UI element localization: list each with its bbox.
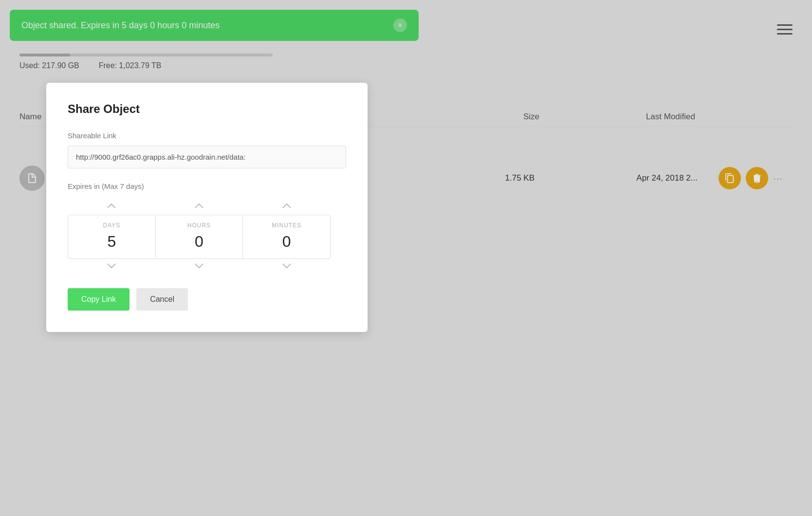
days-up-chevron[interactable]	[68, 199, 155, 213]
expires-label: Expires in (Max 7 days)	[68, 182, 346, 190]
shareable-link-input[interactable]	[68, 146, 346, 168]
cancel-button[interactable]: Cancel	[136, 288, 188, 311]
minutes-down-chevron[interactable]	[243, 259, 331, 273]
modal-title: Share Object	[68, 102, 346, 116]
share-object-modal: Share Object Shareable Link Expires in (…	[46, 83, 368, 332]
minutes-cell: MINUTES 0	[243, 215, 330, 258]
days-unit-label: DAYS	[72, 222, 151, 229]
time-picker: DAYS 5 HOURS 0 MINUTES 0	[68, 199, 346, 275]
hours-up-chevron[interactable]	[155, 199, 243, 213]
hours-value: 0	[160, 233, 239, 251]
hours-cell: HOURS 0	[156, 215, 243, 258]
minutes-up-chevron[interactable]	[243, 199, 331, 213]
copy-link-button[interactable]: Copy Link	[68, 288, 129, 311]
chevrons-up-row	[68, 199, 331, 213]
minutes-unit-label: MINUTES	[247, 222, 326, 229]
modal-buttons: Copy Link Cancel	[68, 288, 346, 311]
shareable-link-label: Shareable Link	[68, 131, 346, 140]
days-down-chevron[interactable]	[68, 259, 155, 273]
days-value: 5	[72, 233, 151, 251]
time-grid: DAYS 5 HOURS 0 MINUTES 0	[68, 215, 331, 259]
minutes-value: 0	[247, 233, 326, 251]
chevrons-down-row	[68, 259, 331, 273]
hours-down-chevron[interactable]	[155, 259, 243, 273]
hours-unit-label: HOURS	[160, 222, 239, 229]
days-cell: DAYS 5	[68, 215, 156, 258]
